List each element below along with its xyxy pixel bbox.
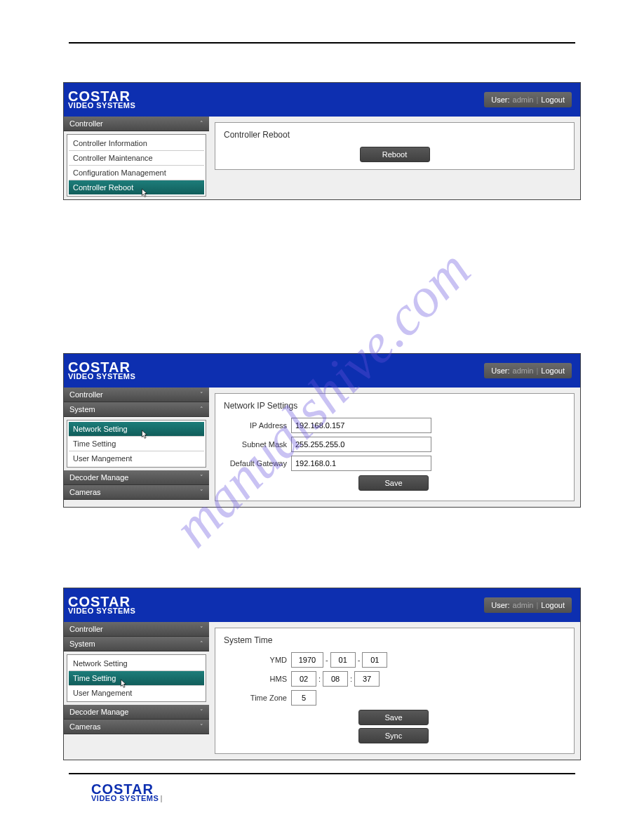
sidebar-item-controller-information[interactable]: Controller Information	[69, 136, 204, 151]
account-widget: User: admin | Logout	[484, 597, 572, 613]
chevron-down-icon: ˅	[200, 708, 203, 715]
ymd-label: YMD	[224, 656, 291, 664]
second-input[interactable]	[354, 671, 380, 687]
footer-logo: COSTAR VIDEO SYSTEMS	[63, 783, 581, 802]
sidebar-section-system[interactable]: System ˄	[64, 637, 209, 651]
header-bar: COSTAR VIDEO SYSTEMS User: admin | Logou…	[64, 354, 580, 388]
sidebar: Controller ˅ System ˄ Network Setting Ti…	[64, 622, 209, 760]
sidebar-item-network-setting[interactable]: Network Setting	[69, 656, 204, 671]
sidebar-menu: Network Setting Time Setting User Mangem…	[67, 420, 206, 468]
ip-address-label: IP Address	[224, 421, 291, 430]
chevron-up-icon: ˄	[200, 120, 203, 127]
sidebar-item-label: Network Setting	[73, 425, 128, 433]
sidebar-item-controller-maintenance[interactable]: Controller Maintenance	[69, 151, 204, 166]
year-input[interactable]	[291, 652, 323, 668]
user-label: User:	[491, 366, 509, 375]
brand-logo: COSTAR VIDEO SYSTEMS	[68, 595, 135, 615]
content-title: System Time	[224, 635, 565, 645]
logout-link[interactable]: Logout	[541, 601, 565, 609]
save-button[interactable]: Save	[358, 475, 429, 491]
section-label: Controller	[69, 625, 103, 633]
section-label: Decoder Manage	[69, 473, 128, 482]
logout-link[interactable]: Logout	[541, 95, 565, 104]
brand-logo: COSTAR VIDEO SYSTEMS	[68, 361, 135, 380]
colon-sep: :	[318, 675, 321, 683]
brand-logo: COSTAR VIDEO SYSTEMS	[68, 90, 135, 110]
chevron-down-icon: ˅	[200, 489, 203, 496]
chevron-down-icon: ˅	[200, 391, 203, 398]
sidebar-section-controller[interactable]: Controller ˅	[64, 622, 209, 637]
sep: |	[536, 366, 538, 375]
ip-address-input[interactable]	[291, 418, 431, 433]
header-bar: COSTAR VIDEO SYSTEMS User: admin | Logou…	[64, 588, 580, 622]
sidebar-item-user-management[interactable]: User Mangement	[69, 686, 204, 700]
section-label: Controller	[69, 390, 103, 399]
logout-link[interactable]: Logout	[541, 366, 565, 375]
sep: |	[536, 95, 538, 104]
section-label: Controller	[69, 119, 103, 128]
bottom-horizontal-rule	[69, 773, 575, 774]
user-label: User:	[491, 95, 509, 104]
timezone-input[interactable]	[291, 690, 316, 706]
screenshot-controller-reboot: COSTAR VIDEO SYSTEMS User: admin | Logou…	[63, 82, 581, 200]
sidebar-item-controller-reboot[interactable]: Controller Reboot	[69, 180, 204, 194]
header-bar: COSTAR VIDEO SYSTEMS User: admin | Logou…	[64, 83, 580, 117]
chevron-up-icon: ˄	[200, 640, 203, 647]
minute-input[interactable]	[323, 671, 348, 687]
sidebar-section-cameras[interactable]: Cameras ˅	[64, 720, 209, 734]
default-gateway-label: Default Gateway	[224, 459, 291, 468]
brand-line2: VIDEO SYSTEMS	[68, 608, 135, 615]
brand-line2: VIDEO SYSTEMS	[91, 795, 162, 802]
content-area: Network IP Settings IP Address Subnet Ma…	[209, 388, 580, 507]
subnet-mask-label: Subnet Mask	[224, 440, 291, 449]
user-label: User:	[491, 601, 509, 609]
hms-label: HMS	[224, 675, 291, 683]
sep: |	[536, 601, 538, 609]
screenshot-network-settings: COSTAR VIDEO SYSTEMS User: admin | Logou…	[63, 353, 581, 508]
chevron-down-icon: ˅	[200, 474, 203, 481]
sidebar-menu: Network Setting Time Setting User Mangem…	[67, 654, 206, 702]
sidebar-item-network-setting[interactable]: Network Setting	[69, 422, 204, 437]
sidebar-menu: Controller Information Controller Mainte…	[67, 134, 206, 197]
chevron-down-icon: ˅	[200, 626, 203, 633]
user-value: admin	[513, 601, 534, 609]
default-gateway-input[interactable]	[291, 456, 431, 471]
sidebar-section-controller[interactable]: Controller ˄	[64, 117, 209, 131]
sidebar-section-controller[interactable]: Controller ˅	[64, 388, 209, 402]
sync-button[interactable]: Sync	[358, 728, 429, 743]
month-input[interactable]	[330, 652, 356, 668]
brand-line2: VIDEO SYSTEMS	[68, 373, 135, 380]
section-label: System	[69, 640, 95, 648]
chevron-up-icon: ˄	[200, 406, 203, 413]
brand-line2: VIDEO SYSTEMS	[68, 102, 135, 110]
sidebar-item-label: Time Setting	[73, 674, 116, 682]
sidebar-section-cameras[interactable]: Cameras ˅	[64, 485, 209, 500]
dash-sep: -	[358, 656, 361, 664]
colon-sep: :	[350, 675, 352, 683]
sidebar-section-system[interactable]: System ˄	[64, 402, 209, 417]
content-area: Controller Reboot Reboot	[209, 117, 580, 199]
sidebar: Controller ˄ Controller Information Cont…	[64, 117, 209, 199]
subnet-mask-input[interactable]	[291, 437, 431, 452]
sidebar-section-decoder-manage[interactable]: Decoder Manage ˅	[64, 470, 209, 485]
save-button[interactable]: Save	[358, 710, 429, 725]
sidebar-item-user-management[interactable]: User Mangement	[69, 451, 204, 465]
brand-line1: COSTAR	[91, 783, 581, 795]
sidebar-item-time-setting[interactable]: Time Setting	[69, 671, 204, 686]
section-label: Cameras	[69, 488, 101, 496]
day-input[interactable]	[362, 652, 387, 668]
timezone-label: Time Zone	[224, 694, 291, 702]
content-title: Network IP Settings	[224, 401, 565, 411]
section-label: System	[69, 405, 95, 413]
cursor-pointer-icon	[139, 188, 149, 199]
section-label: Decoder Manage	[69, 708, 128, 716]
user-value: admin	[513, 366, 534, 375]
hour-input[interactable]	[291, 671, 316, 687]
sidebar-item-time-setting[interactable]: Time Setting	[69, 437, 204, 451]
content-title: Controller Reboot	[224, 130, 565, 140]
reboot-button[interactable]: Reboot	[360, 147, 430, 162]
sidebar-item-label: Controller Reboot	[73, 183, 133, 192]
sidebar-section-decoder-manage[interactable]: Decoder Manage ˅	[64, 705, 209, 720]
sidebar-item-configuration-management[interactable]: Configuration Management	[69, 166, 204, 180]
chevron-down-icon: ˅	[200, 723, 203, 730]
